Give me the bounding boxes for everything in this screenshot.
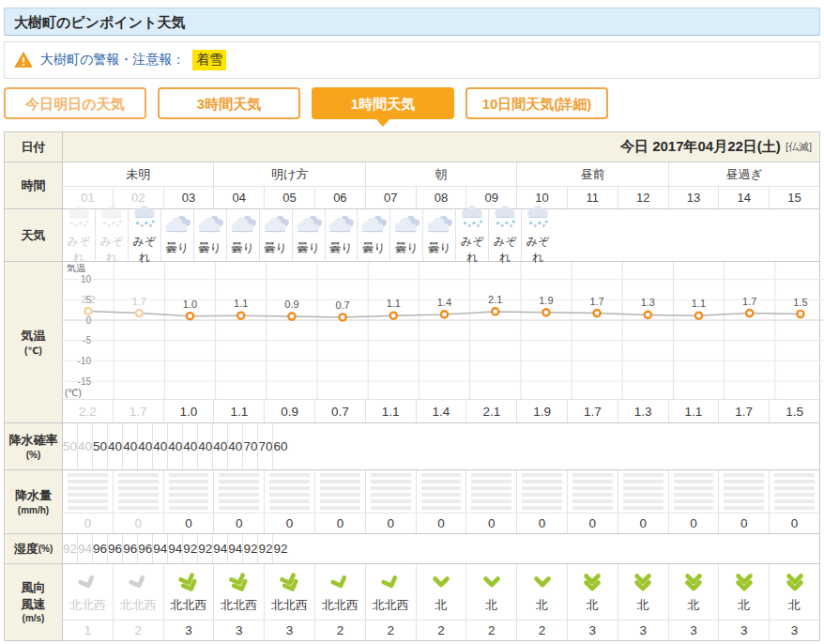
wind-direction-label: 北北西 <box>120 597 157 614</box>
weather-icon <box>294 214 324 239</box>
precip-value-cell: 0 <box>769 514 819 533</box>
humidity-cell: 92 <box>197 534 212 563</box>
precip-bar-cell <box>163 470 214 513</box>
wind-cell: 北 <box>416 564 466 620</box>
weather-cell: みぞれ <box>521 209 554 261</box>
hour-cell: 12 <box>618 187 668 208</box>
wind-chevron-icon <box>377 570 404 596</box>
pop-cell: 40 <box>137 423 152 469</box>
wind-direction-label: 北北西 <box>69 597 106 614</box>
wind-direction-label: 北北西 <box>170 597 206 614</box>
tab-today-tomorrow[interactable]: 今日明日の天気 <box>4 87 146 119</box>
precip-bar-area <box>572 473 613 511</box>
weather-icon <box>523 206 553 233</box>
wind-direction-label: 北 <box>738 597 750 614</box>
precipitation-bars <box>63 470 819 513</box>
wind-direction-label: 北北西 <box>373 597 409 614</box>
cloud-icon <box>228 214 258 237</box>
weather-icon <box>359 214 389 239</box>
wind-label-text: 風向 <box>22 579 46 596</box>
temp-value-cell: 1.9 <box>516 400 567 422</box>
period-cell: 未明 <box>63 162 213 186</box>
humidity-cell: 96 <box>107 534 122 563</box>
humidity-cell: 94 <box>167 534 182 563</box>
wind-direction-icon <box>683 571 704 595</box>
temp-point <box>746 310 753 316</box>
pop-cell: 70 <box>242 423 257 469</box>
precip-bar-cell <box>668 470 719 513</box>
temp-point-label: 1.5 <box>793 297 807 308</box>
hour-cell: 05 <box>264 187 314 208</box>
row-precipitation: 降水量 (mm/h) 000000000000000 <box>5 469 819 533</box>
tab-3hour[interactable]: 3時間天気 <box>158 87 300 119</box>
temp-point <box>594 310 601 316</box>
wind-chevron-icon <box>74 570 100 596</box>
humidity-cell: 96 <box>122 534 137 563</box>
wind-speed-cell: 3 <box>668 621 719 640</box>
weather-cell: 曇り <box>226 209 259 261</box>
weather-cell: 曇り <box>422 209 455 261</box>
wind-speed-cell: 2 <box>416 621 466 640</box>
sleet-icon <box>97 206 127 230</box>
pop-cell: 40 <box>122 423 137 469</box>
precip-bar-area <box>118 473 159 511</box>
wind-chevron-icon <box>125 570 151 596</box>
tab-1hour[interactable]: 1時間天気 <box>312 87 454 119</box>
temp-point <box>390 313 397 319</box>
pop-label-unit: (%) <box>26 449 41 462</box>
humidity-cell: 94 <box>77 534 92 563</box>
wind-cell: 北 <box>668 564 719 620</box>
precip-bar-area <box>371 473 411 511</box>
weather-label: 曇り <box>362 240 385 256</box>
precip-bar-area <box>169 473 209 511</box>
wind-direction-label: 北北西 <box>271 597 308 614</box>
weather-label: みぞれ <box>456 234 488 266</box>
weather-icon <box>326 214 356 239</box>
wind-speed-cell: 2 <box>314 621 365 640</box>
hour-cell: 07 <box>365 187 416 208</box>
sleet-icon <box>457 206 487 230</box>
warning-badge[interactable]: 着雪 <box>192 50 226 70</box>
wind-direction-label: 北 <box>435 597 447 614</box>
precip-value-cell: 0 <box>618 514 668 533</box>
row-humidity: 湿度 (%) 929496969696949492929494929292 <box>5 533 819 563</box>
hour-cell: 13 <box>668 187 719 208</box>
precip-value-cell: 0 <box>264 514 314 533</box>
wind-direction-label: 北 <box>637 597 649 614</box>
tab-10day[interactable]: 10日間天気(詳細) <box>465 87 608 119</box>
wind-chevron-icon <box>276 570 302 596</box>
pop-label-text: 降水確率 <box>9 432 58 449</box>
precipitation-values: 000000000000000 <box>63 513 819 533</box>
pop-cell: 40 <box>77 423 92 469</box>
wind-speed-cell: 3 <box>618 621 668 640</box>
warning-link[interactable]: 大樹町の警報・注意報： <box>40 52 185 69</box>
precip-bar-area <box>674 473 714 511</box>
wind-speed-cell: 3 <box>567 621 618 640</box>
weather-icon <box>391 214 421 239</box>
sleet-icon <box>130 206 160 230</box>
weather-icon <box>195 214 225 239</box>
temp-point <box>136 310 143 316</box>
precip-bar-cell <box>567 470 618 513</box>
temp-value-cell: 0.9 <box>264 400 314 422</box>
temp-point-label: 2.2 <box>81 294 95 305</box>
precip-value-cell: 0 <box>163 514 214 533</box>
row-label-time: 時間 <box>5 162 63 208</box>
wind-direction-icon <box>532 571 553 595</box>
row-wind: 風向 風速 (m/s) 北北西北北西北北西北北西北北西北北西北北西北北北北北北北… <box>5 563 819 640</box>
temp-value-cell: 1.7 <box>567 400 618 422</box>
wind-cell: 北北西 <box>213 564 264 620</box>
row-weather: 天気 みぞれ みぞれ みぞれ 曇り 曇り 曇り 曇り <box>5 208 819 261</box>
cloud-icon <box>424 214 454 237</box>
pop-cell: 40 <box>182 423 197 469</box>
temp-point <box>441 311 448 317</box>
hour-cell: 03 <box>163 187 214 208</box>
temp-point <box>288 314 295 320</box>
temp-point-label: 1.4 <box>437 297 451 308</box>
weather-icon <box>457 206 487 233</box>
weather-label: 曇り <box>428 240 450 256</box>
cloud-icon <box>261 214 291 237</box>
precip-value-cell: 0 <box>718 514 769 533</box>
precip-bar-area <box>421 473 462 511</box>
pop-cell: 40 <box>152 423 167 469</box>
